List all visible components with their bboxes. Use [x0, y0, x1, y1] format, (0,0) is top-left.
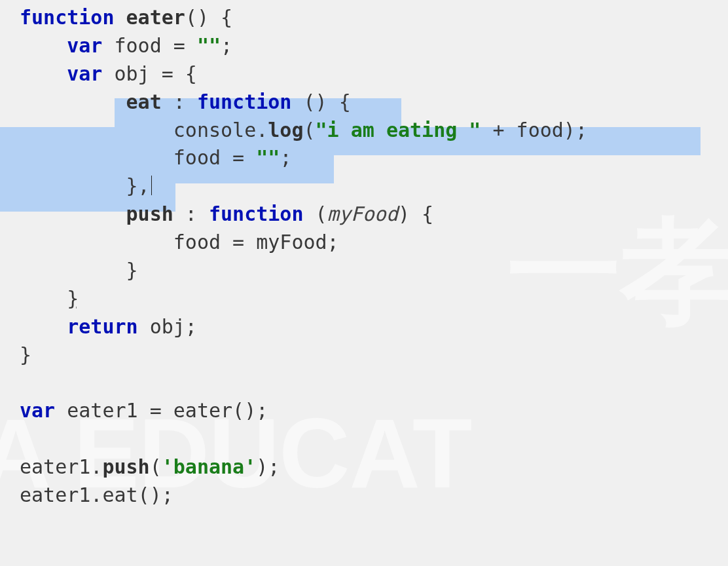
code-line: eat : function () {: [20, 88, 728, 117]
code-line: }: [20, 341, 728, 369]
code-line: [20, 425, 728, 453]
text-cursor-icon: [151, 176, 152, 195]
code-line: },: [20, 172, 728, 200]
code-line: return obj;: [20, 313, 728, 341]
code-line: var obj = {: [20, 60, 728, 88]
code-line: console.log("i am eating " + food);: [20, 117, 728, 145]
code-line: }: [20, 257, 728, 285]
code-line: function eater() {: [20, 4, 728, 32]
code-line: }: [20, 285, 728, 313]
code-line: eater1.eat();: [20, 481, 728, 510]
code-line: var food = "";: [20, 32, 728, 60]
code-editor[interactable]: function eater() { var food = ""; var ob…: [0, 0, 728, 510]
code-line: eater1.push('banana');: [20, 453, 728, 481]
code-line: push : function (myFood) {: [20, 200, 728, 229]
code-line: [20, 369, 728, 398]
code-line: food = myFood;: [20, 229, 728, 257]
code-line: var eater1 = eater();: [20, 397, 728, 425]
code-line: food = "";: [20, 144, 728, 172]
